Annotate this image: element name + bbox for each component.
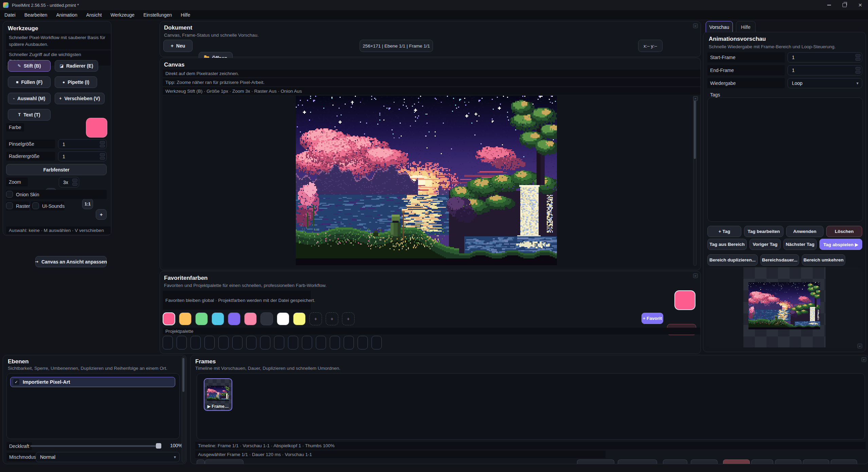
tag-button-voriger-tag[interactable]: Voriger Tag <box>749 239 781 250</box>
favorite-swatch-1[interactable] <box>163 312 175 325</box>
tab-vorschau[interactable]: Vorschau <box>706 21 733 33</box>
favorite-empty-slot[interactable]: + <box>326 312 338 325</box>
menu-item-werkzeuge[interactable]: Werkzeuge <box>106 10 139 20</box>
tag-button-tag-abspielen[interactable]: Tag abspielen ▶ <box>819 239 862 250</box>
frames-toolbar-button[interactable] <box>691 459 718 464</box>
tag-button-löschen[interactable]: Löschen <box>826 226 862 237</box>
favorites-current-swatch[interactable] <box>674 290 695 310</box>
start-frame-stepper[interactable] <box>855 54 861 61</box>
tab-hilfe[interactable]: Hilfe <box>736 21 756 33</box>
frames-toolbar-button[interactable] <box>663 459 687 464</box>
opacity-slider[interactable] <box>30 445 159 447</box>
menu-item-animation[interactable]: Animation <box>52 10 82 20</box>
end-frame-input[interactable]: 1 <box>788 65 862 75</box>
project-slot-7[interactable] <box>246 336 256 349</box>
frames-toolbar-button[interactable] <box>197 459 205 464</box>
project-slot-6[interactable] <box>232 336 242 349</box>
eraser-size-stepper[interactable] <box>100 153 105 160</box>
canvas-viewport[interactable] <box>163 95 698 267</box>
grid-checkbox[interactable] <box>6 202 13 209</box>
project-slot-9[interactable] <box>274 336 284 349</box>
panel-corner-icon[interactable]: ⌐ <box>693 273 698 278</box>
ui-sounds-checkbox[interactable] <box>32 202 39 209</box>
eraser-size-input[interactable]: 1 <box>58 151 107 161</box>
project-slot-1[interactable] <box>163 336 173 349</box>
favorite-swatch-5[interactable] <box>228 312 240 325</box>
tool-button-pipette[interactable]: ●Pipette (I) <box>55 76 97 88</box>
brush-size-input[interactable]: 1 <box>58 139 107 149</box>
onion-skin-checkbox[interactable] <box>6 191 13 198</box>
color-window-button[interactable]: Farbfenster <box>6 164 107 175</box>
favorite-swatch-7[interactable] <box>260 312 273 325</box>
frames-toolbar-button[interactable] <box>803 459 829 464</box>
blend-mode-select[interactable]: Normal ▾ <box>36 452 180 462</box>
tag-button-tag-aus-bereich[interactable]: Tag aus Bereich <box>707 239 747 250</box>
brush-size-stepper[interactable] <box>100 141 105 147</box>
frames-toolbar-button[interactable] <box>775 459 801 464</box>
tool-button-füllen[interactable]: ■Füllen (F) <box>8 76 51 88</box>
canvas-scrollbar[interactable] <box>693 97 697 266</box>
tag-button-bereich-duplizieren[interactable]: Bereich duplizieren... <box>707 254 758 266</box>
tag-button-bereichsdauer[interactable]: Bereichsdauer... <box>760 254 799 266</box>
tag-button-tag[interactable]: + Tag <box>707 226 741 237</box>
favorite-swatch-4[interactable] <box>212 312 224 325</box>
tool-button-stift[interactable]: ✎Stift (B) <box>8 60 51 72</box>
tool-button-text[interactable]: TText (T) <box>8 109 51 121</box>
zoom-in-button[interactable]: + <box>96 209 107 220</box>
layer-item[interactable]: ✓ Importierte Pixel-Art <box>10 377 175 387</box>
frames-toolbar-button[interactable] <box>205 459 243 464</box>
project-slot-4[interactable] <box>204 336 215 349</box>
menu-item-ansicht[interactable]: Ansicht <box>82 10 106 20</box>
frame-thumbnail[interactable]: ▶ Frame… <box>204 378 232 411</box>
start-frame-input[interactable]: 1 <box>788 52 862 62</box>
minimize-button[interactable] <box>821 0 837 10</box>
project-slot-14[interactable] <box>344 336 354 349</box>
menu-item-einstellungen[interactable]: Einstellungen <box>139 10 176 20</box>
favorite-swatch-2[interactable] <box>179 312 192 325</box>
panel-corner-icon[interactable]: ⌐ <box>693 96 698 101</box>
favorite-empty-slot[interactable]: + <box>309 312 322 325</box>
menu-item-bearbeiten[interactable]: Bearbeiten <box>20 10 52 20</box>
frames-toolbar-button[interactable] <box>751 459 773 464</box>
close-button[interactable]: × <box>852 0 868 10</box>
pixel-art-canvas[interactable] <box>296 96 557 265</box>
layer-visibility-checkbox[interactable]: ✓ <box>13 379 19 385</box>
frames-toolbar-button[interactable] <box>831 459 857 464</box>
project-slot-8[interactable] <box>260 336 270 349</box>
panel-corner-icon[interactable]: ⌐ <box>857 344 862 348</box>
tool-button-verschieben[interactable]: +Verschieben (V) <box>55 93 105 104</box>
project-slot-12[interactable] <box>316 336 326 349</box>
frames-toolbar-button[interactable] <box>723 459 750 464</box>
favorite-swatch-8[interactable] <box>277 312 289 325</box>
frames-toolbar-button[interactable] <box>618 459 657 464</box>
tag-button-tag-bearbeiten[interactable]: Tag bearbeiten <box>744 226 783 237</box>
add-favorite-button[interactable]: + Favorit <box>641 313 663 324</box>
project-slot-16[interactable] <box>372 336 382 349</box>
layers-scrollbar[interactable] <box>182 357 185 462</box>
end-frame-stepper[interactable] <box>855 67 861 74</box>
fit-canvas-button[interactable]: ↘ Canvas an Ansicht anpassen <box>35 256 107 267</box>
zoom-value-input[interactable]: 3x <box>59 177 79 187</box>
tag-button-bereich-umkehren[interactable]: Bereich umkehren <box>802 254 845 266</box>
project-slot-2[interactable] <box>177 336 187 349</box>
opacity-slider-thumb[interactable] <box>156 443 161 449</box>
project-slot-5[interactable] <box>218 336 229 349</box>
maximize-button[interactable] <box>837 0 852 10</box>
canvas-scrollbar-thumb[interactable] <box>694 98 696 159</box>
favorite-swatch-9[interactable] <box>293 312 306 325</box>
menu-item-datei[interactable]: Datei <box>0 10 20 20</box>
tag-button-anwenden[interactable]: Anwenden <box>786 226 824 237</box>
tags-list-box[interactable] <box>707 97 863 222</box>
favorite-swatch-6[interactable] <box>244 312 257 325</box>
new-button[interactable]: +Neu <box>163 40 193 52</box>
project-slot-11[interactable] <box>302 336 312 349</box>
panel-corner-icon[interactable]: ⌐ <box>693 23 698 28</box>
panel-corner-icon[interactable]: ⌐ <box>862 357 866 362</box>
tag-button-nächster-tag[interactable]: Nächster Tag <box>783 239 817 250</box>
tool-button-radierer[interactable]: ◪Radierer (E) <box>55 60 98 72</box>
favorite-empty-slot[interactable]: + <box>342 312 355 325</box>
project-slot-3[interactable] <box>191 336 201 349</box>
menu-item-hilfe[interactable]: Hilfe <box>176 10 195 20</box>
zoom-reset-button[interactable]: 1:1 <box>82 199 93 209</box>
current-color-swatch[interactable] <box>86 118 107 138</box>
